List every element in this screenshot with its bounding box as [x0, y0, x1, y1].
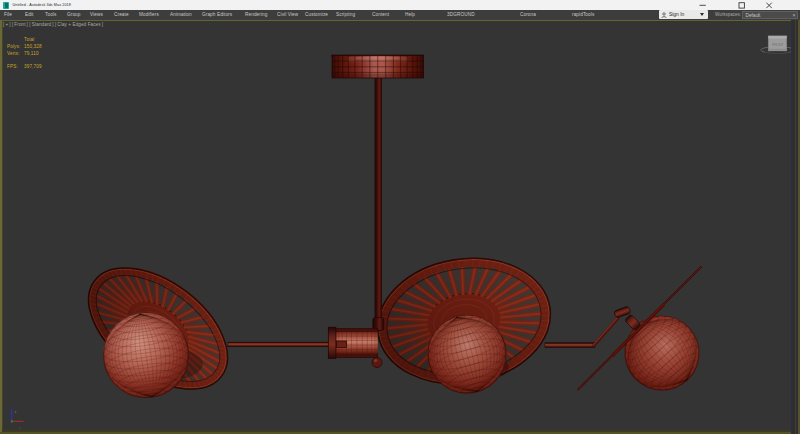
svg-text:x: x — [19, 425, 22, 430]
svg-text:FRONT: FRONT — [772, 43, 783, 47]
svg-text:z: z — [15, 409, 17, 414]
